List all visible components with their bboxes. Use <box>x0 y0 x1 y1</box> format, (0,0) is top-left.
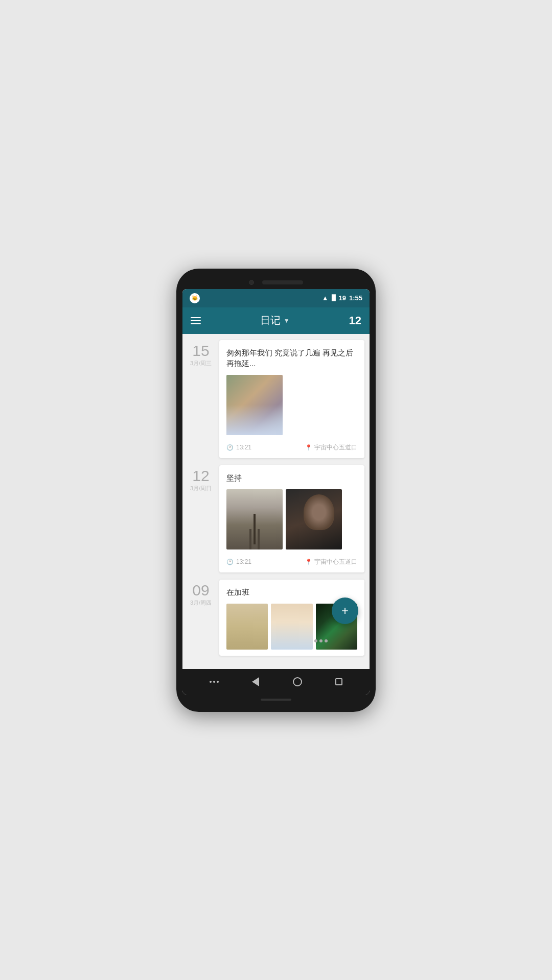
entry-image-1-1 <box>226 375 283 435</box>
entry-time-2: 🕐 13:21 <box>226 558 251 565</box>
date-number-2: 12 <box>188 468 214 484</box>
date-label-2: 3月/周日 <box>188 485 214 492</box>
dropdown-arrow-icon: ▼ <box>284 317 290 324</box>
hamburger-line-3 <box>191 323 201 324</box>
entry-image-2-2 <box>286 489 342 549</box>
app-title-container[interactable]: 日记 ▼ <box>260 314 290 327</box>
phone-device: 🐱 ▲ ▉ 19 1:55 日记 ▼ 12 <box>176 269 376 712</box>
entry-location-value-2: 宇宙中心五道口 <box>314 558 357 566</box>
fab-plus-icon: + <box>341 605 349 617</box>
entry-row-1: 15 3月/周三 匆匆那年我们 究竟说了几遍 再见之后再拖延... 🕐 13:2… <box>188 340 364 458</box>
nav-recents-button[interactable] <box>335 678 342 685</box>
phone-screen: 🐱 ▲ ▉ 19 1:55 日记 ▼ 12 <box>182 289 370 695</box>
entry-location-value-1: 宇宙中心五道口 <box>314 443 357 452</box>
entry-time-value-1: 13:21 <box>236 444 251 451</box>
status-left: 🐱 <box>190 293 200 303</box>
dot-2 <box>319 639 323 642</box>
back-triangle-icon <box>252 677 259 686</box>
fab-add-button[interactable]: + <box>332 597 358 624</box>
nav-menu-dots[interactable] <box>210 681 219 683</box>
entry-time-value-2: 13:21 <box>236 558 251 565</box>
wifi-icon: ▲ <box>322 294 329 302</box>
hamburger-line-1 <box>191 317 201 318</box>
dot-1 <box>314 639 317 642</box>
dot-3 <box>325 639 328 642</box>
date-label-3: 3月/周四 <box>188 599 214 607</box>
clock-time: 1:55 <box>349 294 362 302</box>
entry-image-3-1 <box>226 604 268 650</box>
entry-location-2: 📍 宇宙中心五道口 <box>305 558 357 566</box>
cyanogen-icon: 🐱 <box>190 293 200 303</box>
entry-card-2[interactable]: 坚持 🕐 13:21 📍 宇宙中心五道口 <box>219 465 364 572</box>
home-bar <box>261 699 291 701</box>
entry-title-2: 坚持 <box>226 472 357 483</box>
entry-location-1: 📍 宇宙中心五道口 <box>305 443 357 452</box>
entry-images-2 <box>226 489 357 549</box>
app-bar: 日记 ▼ 12 <box>182 307 370 334</box>
status-right: ▲ ▉ 19 1:55 <box>322 294 362 302</box>
phone-top-bar <box>182 278 370 289</box>
date-label-1: 3月/周三 <box>188 360 214 367</box>
speaker <box>262 280 303 284</box>
app-title-text: 日记 <box>260 314 281 327</box>
hamburger-menu[interactable] <box>191 317 201 324</box>
content-area: 15 3月/周三 匆匆那年我们 究竟说了几遍 再见之后再拖延... 🕐 13:2… <box>182 334 370 669</box>
entry-images-1 <box>226 375 357 435</box>
date-number-1: 15 <box>188 343 214 358</box>
pin-icon-2: 📍 <box>305 559 312 565</box>
battery-indicator: ▉ <box>332 295 336 301</box>
entry-title-3: 在加班 <box>226 587 357 597</box>
entry-row-2: 12 3月/周日 坚持 🕐 13:21 � <box>188 465 364 572</box>
date-number-3: 09 <box>188 583 214 598</box>
date-column-2: 12 3月/周日 <box>188 465 214 492</box>
date-column-3: 09 3月/周四 <box>188 580 214 607</box>
camera <box>249 280 254 285</box>
pin-icon-1: 📍 <box>305 444 312 451</box>
entry-card-1[interactable]: 匆匆那年我们 究竟说了几遍 再见之后再拖延... 🕐 13:21 📍 宇宙中心五… <box>219 340 364 458</box>
clock-icon-1: 🕐 <box>226 444 234 451</box>
status-bar: 🐱 ▲ ▉ 19 1:55 <box>182 289 370 307</box>
clock-icon-2: 🕐 <box>226 559 234 565</box>
home-circle-icon <box>293 677 302 686</box>
more-images-dots <box>314 639 328 642</box>
phone-bottom <box>182 695 370 703</box>
hamburger-line-2 <box>191 320 201 321</box>
nav-home-button[interactable] <box>293 677 302 686</box>
entry-image-2-1 <box>226 489 283 549</box>
entry-footer-1: 🕐 13:21 📍 宇宙中心五道口 <box>226 441 357 452</box>
recents-square-icon <box>335 678 342 685</box>
battery-percent: 19 <box>339 294 346 302</box>
nav-back-button[interactable] <box>252 677 259 686</box>
nav-bar <box>182 669 370 695</box>
date-column-1: 15 3月/周三 <box>188 340 214 367</box>
entries-count-badge: 12 <box>349 314 361 327</box>
entry-title-1: 匆匆那年我们 究竟说了几遍 再见之后再拖延... <box>226 347 357 369</box>
entry-footer-2: 🕐 13:21 📍 宇宙中心五道口 <box>226 556 357 566</box>
entry-image-3-2 <box>271 604 312 650</box>
entry-time-1: 🕐 13:21 <box>226 444 251 451</box>
